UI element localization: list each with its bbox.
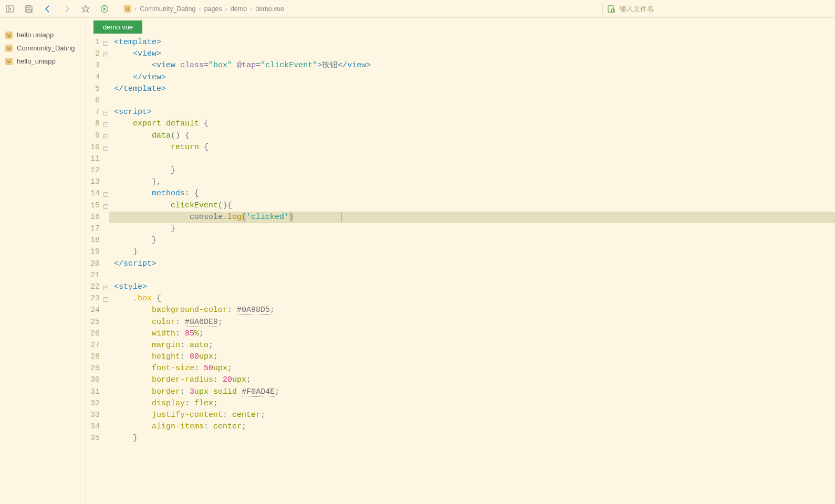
breadcrumb-item[interactable]: demo.vue <box>255 5 284 13</box>
forward-icon[interactable] <box>62 4 71 14</box>
breadcrumb-separator: › <box>199 5 201 13</box>
run-icon[interactable] <box>100 4 109 14</box>
text-cursor <box>341 212 341 222</box>
panel-toggle-icon[interactable] <box>5 4 15 14</box>
main: Uhello uniapp UCommunity_Dating Uhello_u… <box>0 18 835 504</box>
project-icon: U <box>5 58 13 65</box>
fold-gutter: −−−−−−−−−− <box>102 37 109 504</box>
line-gutter: 1234567891011121314151617181920212223242… <box>86 37 102 504</box>
tabs: demo.vue <box>86 18 835 34</box>
project-icon: U <box>5 45 13 52</box>
svg-marker-6 <box>103 7 106 10</box>
project-icon: U <box>5 32 13 39</box>
sidebar-item[interactable]: Uhello uniapp <box>0 28 86 41</box>
breadcrumb-separator: › <box>225 5 227 13</box>
svg-marker-4 <box>82 5 89 12</box>
breadcrumb-separator: › <box>134 5 137 13</box>
project-icon: U <box>124 5 131 13</box>
sidebar-item[interactable]: UCommunity_Dating <box>0 41 86 55</box>
search-input[interactable] <box>620 5 830 13</box>
sidebar-item[interactable]: Uhello_uniapp <box>0 55 86 68</box>
breadcrumb-item[interactable]: pages <box>204 5 222 13</box>
breadcrumb-item[interactable]: demo <box>231 5 247 13</box>
sidebar-item-label: hello_uniapp <box>17 57 56 65</box>
back-icon[interactable] <box>43 4 53 14</box>
tab-active[interactable]: demo.vue <box>93 20 142 34</box>
sidebar-item-label: Community_Dating <box>17 44 75 52</box>
breadcrumb: U › Community_Dating › pages › demo › de… <box>124 5 284 13</box>
search-icon[interactable] <box>607 5 615 13</box>
sidebar: Uhello uniapp UCommunity_Dating Uhello_u… <box>0 18 86 504</box>
star-icon[interactable] <box>81 4 90 14</box>
code-editor[interactable]: 1234567891011121314151617181920212223242… <box>86 34 835 504</box>
code-lines[interactable]: <template> <view> <view class="box" @tap… <box>109 37 835 504</box>
breadcrumb-item[interactable]: Community_Dating <box>140 5 195 13</box>
breadcrumb-separator: › <box>250 5 252 13</box>
svg-rect-2 <box>27 6 30 8</box>
toolbar: U › Community_Dating › pages › demo › de… <box>0 0 835 18</box>
divider <box>602 3 603 15</box>
save-icon[interactable] <box>24 4 34 14</box>
sidebar-item-label: hello uniapp <box>17 31 54 39</box>
search-area <box>602 3 830 15</box>
editor-area: demo.vue 1234567891011121314151617181920… <box>86 18 835 504</box>
svg-rect-3 <box>27 9 31 12</box>
svg-line-9 <box>614 12 615 13</box>
